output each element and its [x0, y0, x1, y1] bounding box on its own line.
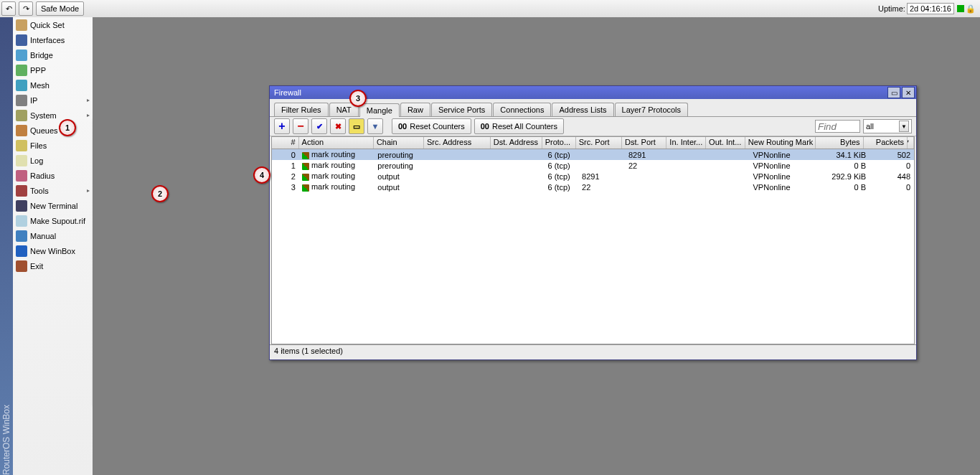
sidebar-item-queues[interactable]: Queues	[13, 123, 93, 138]
column-header[interactable]: Out. Int...	[706, 137, 745, 149]
menu-icon	[16, 34, 27, 46]
comment-button[interactable]: ▭	[349, 118, 364, 134]
sidebar-item-files[interactable]: Files	[13, 138, 93, 153]
status-bar: 4 items (1 selected)	[270, 344, 916, 359]
uptime-value: 2d 04:16:16	[907, 3, 954, 14]
column-header[interactable]: New Routing Mark	[745, 137, 816, 149]
menu-icon	[16, 19, 27, 31]
sidebar-item-new-winbox[interactable]: New WinBox	[13, 243, 93, 258]
sidebar-item-interfaces[interactable]: Interfaces	[13, 32, 93, 47]
reset-counters-button[interactable]: 00Reset Counters	[392, 118, 471, 134]
column-header[interactable]: Dst. Port	[622, 137, 666, 149]
column-header[interactable]: In. Inter...	[666, 137, 706, 149]
app-title-vertical: RouterOS WinBox	[0, 17, 13, 475]
filter-button[interactable]: ▼	[367, 118, 383, 134]
menu-icon	[16, 170, 27, 182]
sidebar-item-tools[interactable]: Tools▸	[13, 183, 93, 198]
sidebar-item-ip[interactable]: IP▸	[13, 93, 93, 108]
menu-icon	[16, 80, 27, 91]
tab-raw[interactable]: Raw	[400, 103, 430, 116]
table-row[interactable]: 0mark routingprerouting6 (tcp)8291VPNonl…	[272, 149, 914, 160]
firewall-window: Firewall ▭ ✕ Filter RulesNATMangleRawSer…	[269, 85, 917, 360]
sidebar-item-exit[interactable]: Exit	[13, 258, 93, 273]
sidebar-item-make-supout-rif[interactable]: Make Supout.rif	[13, 213, 93, 228]
undo-button[interactable]: ↶	[1, 1, 16, 16]
column-header[interactable]: Action	[299, 137, 374, 149]
sidebar-item-label: Radius	[30, 171, 55, 180]
annotation-3: 3	[349, 90, 367, 107]
filter-dropdown-value: all	[866, 122, 874, 131]
menu-icon	[16, 65, 27, 76]
sidebar-item-label: Mesh	[30, 81, 50, 90]
table-row[interactable]: 1mark routingprerouting6 (tcp)22VPNonlin…	[272, 160, 914, 171]
reset-all-counters-button[interactable]: 00Reset All Counters	[474, 118, 564, 134]
safe-mode-button[interactable]: Safe Mode	[36, 1, 84, 16]
enable-button[interactable]: ✔	[311, 118, 327, 134]
annotation-4: 4	[253, 166, 270, 184]
tab-address-lists[interactable]: Address Lists	[552, 103, 613, 116]
column-header[interactable]: Bytes	[816, 137, 863, 149]
sidebar-item-label: IP	[30, 96, 37, 105]
column-header[interactable]: Dst. Address	[491, 137, 542, 149]
tab-filter-rules[interactable]: Filter Rules	[274, 103, 329, 116]
table-cell: VPNonline	[750, 183, 822, 192]
sidebar-item-log[interactable]: Log	[13, 153, 93, 168]
table-cell: 502	[870, 151, 914, 159]
column-header[interactable]: Src. Port	[576, 137, 622, 149]
add-button[interactable]: +	[274, 118, 290, 134]
table-cell: 6 (tcp)	[545, 183, 580, 192]
table-cell: prerouting	[374, 161, 425, 170]
tab-mangle[interactable]: Mangle	[359, 103, 400, 117]
remove-button[interactable]: −	[293, 118, 308, 134]
table-cell: mark routing	[299, 171, 374, 180]
sidebar-item-label: Files	[30, 141, 47, 150]
sidebar-item-label: Queues	[30, 126, 58, 135]
minimize-button[interactable]: ▭	[887, 87, 900, 98]
main-toolbar: ↶ ↷ Safe Mode Uptime: 2d 04:16:16 🔒	[0, 0, 980, 18]
menu-icon	[16, 245, 27, 257]
sidebar-item-radius[interactable]: Radius	[13, 168, 93, 183]
column-header[interactable]: Proto...	[542, 137, 576, 149]
table-cell: mark routing	[299, 182, 374, 191]
workspace: Firewall ▭ ✕ Filter RulesNATMangleRawSer…	[93, 17, 980, 475]
filter-dropdown[interactable]: all ▼	[863, 119, 912, 133]
window-titlebar[interactable]: Firewall ▭ ✕	[270, 86, 916, 99]
tab-service-ports[interactable]: Service Ports	[431, 103, 492, 116]
tab-layer7-protocols[interactable]: Layer7 Protocols	[615, 103, 689, 116]
menu-icon	[16, 95, 27, 106]
table-cell: 0	[870, 183, 914, 192]
disable-button[interactable]: ✖	[330, 118, 346, 134]
column-header[interactable]: #	[272, 137, 299, 149]
close-button[interactable]: ✕	[902, 87, 915, 98]
table-cell: mark routing	[299, 150, 374, 159]
sidebar-item-quick-set[interactable]: Quick Set	[13, 17, 93, 32]
redo-button[interactable]: ↷	[19, 1, 33, 16]
tab-connections[interactable]: Connections	[493, 103, 551, 116]
column-header[interactable]: Src. Address	[424, 137, 491, 149]
annotation-1: 1	[59, 119, 76, 136]
table-row[interactable]: 2mark routingoutput6 (tcp)8291VPNonline2…	[272, 171, 914, 182]
sidebar-item-mesh[interactable]: Mesh	[13, 77, 93, 93]
annotation-2: 2	[151, 185, 169, 202]
menu-icon	[16, 140, 27, 151]
table-cell: VPNonline	[750, 172, 822, 181]
column-header[interactable]: Packets	[864, 137, 908, 149]
sidebar-item-bridge[interactable]: Bridge	[13, 47, 93, 62]
column-menu-button[interactable]: ▼	[908, 137, 914, 149]
sidebar-item-ppp[interactable]: PPP	[13, 62, 93, 77]
menu-icon	[16, 125, 27, 136]
find-input[interactable]	[815, 120, 860, 133]
table-cell: 6 (tcp)	[545, 161, 580, 170]
menu-icon	[16, 155, 27, 166]
sidebar-item-system[interactable]: System▸	[13, 108, 93, 123]
table-row[interactable]: 3mark routingoutput6 (tcp)22VPNonline0 B…	[272, 182, 914, 192]
window-title: Firewall	[274, 88, 301, 97]
uptime-display: Uptime: 2d 04:16:16 🔒	[878, 3, 980, 14]
sidebar-item-manual[interactable]: Manual	[13, 228, 93, 243]
sidebar-item-new-terminal[interactable]: New Terminal	[13, 198, 93, 213]
chevron-down-icon: ▼	[899, 121, 909, 132]
table-cell: 34.1 KiB	[821, 151, 870, 159]
table-cell: prerouting	[374, 151, 425, 159]
column-header[interactable]: Chain	[374, 137, 424, 149]
table-cell: output	[374, 172, 425, 181]
